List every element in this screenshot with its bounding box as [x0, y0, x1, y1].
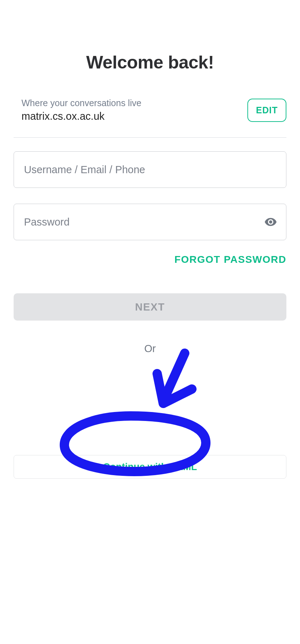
continue-saml-button[interactable]: Continue with SAML	[14, 455, 286, 479]
next-button[interactable]: NEXT	[14, 293, 286, 321]
username-field-wrap	[14, 151, 286, 188]
forgot-row: FORGOT PASSWORD	[14, 254, 286, 265]
edit-button[interactable]: EDIT	[247, 99, 286, 122]
divider	[14, 137, 286, 138]
or-separator: Or	[14, 343, 286, 355]
page-title: Welcome back!	[14, 52, 286, 73]
server-label: Where your conversations live	[21, 98, 141, 108]
server-url: matrix.cs.ox.ac.uk	[21, 110, 141, 122]
password-input[interactable]	[14, 204, 286, 240]
server-info: Where your conversations live matrix.cs.…	[14, 98, 141, 122]
password-field-wrap	[14, 204, 286, 240]
eye-icon[interactable]	[264, 216, 277, 228]
username-input[interactable]	[14, 151, 286, 188]
server-row: Where your conversations live matrix.cs.…	[14, 98, 286, 122]
forgot-password-link[interactable]: FORGOT PASSWORD	[174, 254, 286, 265]
